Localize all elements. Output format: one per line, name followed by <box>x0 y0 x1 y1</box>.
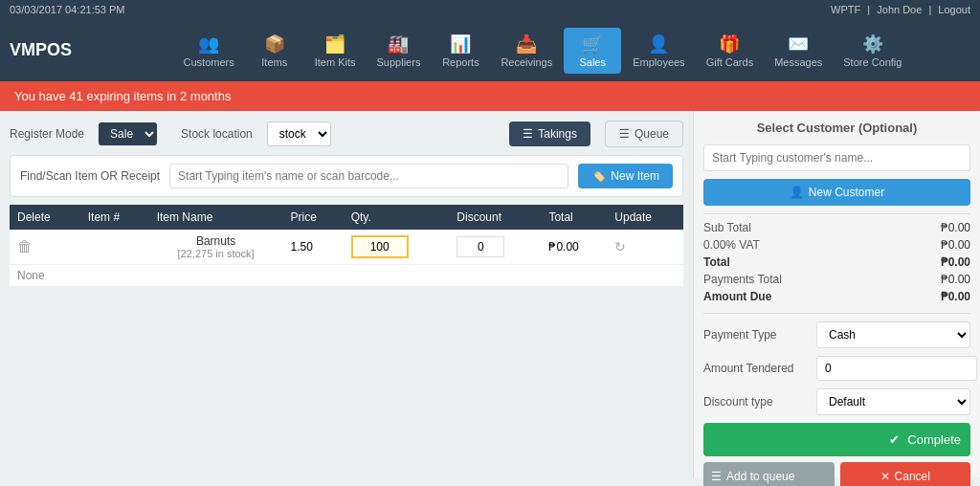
nav-reports-label: Reports <box>442 56 479 68</box>
summary-amount-due: Amount Due ₱0.00 <box>703 288 970 305</box>
register-mode-label: Register Mode <box>10 127 84 141</box>
discount-type-select[interactable]: Default Fixed Percentage <box>816 388 970 415</box>
payment-type-select[interactable]: Cash Credit Card Check <box>816 321 970 348</box>
new-customer-button[interactable]: 👤 New Customer <box>703 179 970 206</box>
summary-total: Total ₱0.00 <box>703 254 970 271</box>
items-icon: 📦 <box>264 33 285 55</box>
check-icon: ✔ <box>889 432 900 447</box>
right-panel: Select Customer (Optional) 👤 New Custome… <box>693 111 980 477</box>
discount-input[interactable] <box>457 236 504 257</box>
item-stock: [22,275 in stock] <box>157 248 276 259</box>
complete-label: Complete <box>907 432 961 447</box>
register-bar: Register Mode Sale Stock location stock … <box>10 121 683 147</box>
col-update: Update <box>607 205 683 230</box>
queue-list-icon: ☰ <box>711 470 722 483</box>
nav-sales[interactable]: 🛒 Sales <box>564 28 621 74</box>
main-layout: Register Mode Sale Stock location stock … <box>0 111 980 477</box>
logout-link[interactable]: Logout <box>938 4 970 15</box>
stock-location-select[interactable]: stock <box>267 122 331 146</box>
cell-total: ₱0.00 <box>541 230 607 265</box>
datetime: 03/03/2017 04:21:53 PM <box>10 4 124 15</box>
takings-button[interactable]: ☰ Takings <box>509 122 590 146</box>
col-price: Price <box>283 205 344 230</box>
action-buttons: ✔ Complete ☰ Add to queue ✕ Cancel <box>703 423 970 486</box>
alert-bar: You have 41 expiring items in 2 months <box>0 81 980 111</box>
nav-items-menu[interactable]: 📦 Items <box>246 28 303 74</box>
qty-input[interactable] <box>351 235 409 258</box>
nav-itemkits[interactable]: 🗂️ Item Kits <box>305 28 366 74</box>
payments-label: Payments Total <box>703 273 782 286</box>
none-label: None <box>10 265 683 287</box>
amount-tendered-input[interactable] <box>816 356 977 381</box>
total-label: Total <box>703 255 730 269</box>
col-item-name: Item Name <box>149 205 283 230</box>
amount-tendered-label: Amount Tendered <box>703 362 809 375</box>
col-delete: Delete <box>10 205 80 230</box>
complete-button[interactable]: ✔ Complete <box>703 423 970 456</box>
top-bar-right: WPTF | John Doe | Logout <box>827 4 970 15</box>
summary-section: Sub Total ₱0.00 0.00% VAT ₱0.00 Total ₱0… <box>703 213 970 305</box>
nav-items: 👥 Customers 📦 Items 🗂️ Item Kits 🏭 Suppl… <box>115 28 970 74</box>
update-button[interactable]: ↻ <box>614 239 626 254</box>
sales-icon: 🛒 <box>582 33 603 55</box>
nav-giftcards-label: Gift Cards <box>706 56 754 68</box>
messages-icon: ✉️ <box>788 33 809 55</box>
amount-tendered-row: Amount Tendered <box>703 356 970 381</box>
none-row: None <box>10 265 683 287</box>
main-nav: VMPOS 👥 Customers 📦 Items 🗂️ Item Kits 🏭… <box>0 19 980 81</box>
item-name: Barnuts <box>157 234 276 248</box>
new-customer-label: New Customer <box>809 186 884 199</box>
cell-item-num <box>80 230 149 265</box>
nav-reports[interactable]: 📊 Reports <box>432 28 489 74</box>
takings-label: Takings <box>538 127 577 141</box>
brand-logo: VMPOS <box>10 40 86 60</box>
nav-suppliers[interactable]: 🏭 Suppliers <box>368 28 431 74</box>
nav-storeconfig[interactable]: ⚙️ Store Config <box>834 28 911 74</box>
find-scan-input[interactable] <box>169 164 568 188</box>
summary-subtotal: Sub Total ₱0.00 <box>703 219 970 236</box>
subtotal-value: ₱0.00 <box>941 221 970 234</box>
receivings-icon: 📥 <box>516 33 537 55</box>
subtotal-label: Sub Total <box>703 221 751 234</box>
discount-type-label: Discount type <box>703 395 809 409</box>
nav-receivings[interactable]: 📥 Receivings <box>491 28 562 74</box>
nav-employees[interactable]: 👤 Employees <box>623 28 694 74</box>
nav-storeconfig-label: Store Config <box>843 56 902 68</box>
nav-giftcards[interactable]: 🎁 Gift Cards <box>697 28 764 74</box>
queue-icon: ☰ <box>619 127 630 141</box>
tag-icon: 🏷️ <box>591 169 606 183</box>
nav-messages[interactable]: ✉️ Messages <box>765 28 832 74</box>
payments-value: ₱0.00 <box>941 273 970 286</box>
cell-delete: 🗑 <box>10 230 80 265</box>
site-name: WPTF <box>831 4 860 15</box>
find-scan-label: Find/Scan Item OR Receipt <box>20 169 160 183</box>
user-link[interactable]: John Doe <box>877 4 922 15</box>
cancel-button[interactable]: ✕ Cancel <box>840 462 971 486</box>
nav-suppliers-label: Suppliers <box>377 56 421 68</box>
nav-sales-label: Sales <box>579 56 606 68</box>
employees-icon: 👤 <box>648 33 669 55</box>
nav-customers[interactable]: 👥 Customers <box>174 28 244 74</box>
storeconfig-icon: ⚙️ <box>862 33 883 55</box>
cell-discount <box>449 230 541 265</box>
add-to-queue-button[interactable]: ☰ Add to queue <box>703 462 835 486</box>
cell-price: 1.50 <box>283 230 344 265</box>
nav-receivings-label: Receivings <box>501 56 552 68</box>
col-item-num: Item # <box>80 205 149 230</box>
payment-section: Payment Type Cash Credit Card Check Amou… <box>703 313 970 415</box>
queue-button[interactable]: ☰ Queue <box>605 121 683 147</box>
nav-itemkits-label: Item Kits <box>315 56 356 68</box>
cell-item-name: Barnuts [22,275 in stock] <box>149 230 283 265</box>
new-item-label: New Item <box>611 169 659 183</box>
cell-qty <box>344 230 450 265</box>
register-mode-select[interactable]: Sale <box>99 122 157 145</box>
delete-button[interactable]: 🗑 <box>17 238 33 255</box>
customer-search-input[interactable] <box>703 144 970 171</box>
add-queue-label: Add to queue <box>726 470 794 483</box>
table-row: 🗑 Barnuts [22,275 in stock] 1.50 ₱0.00 <box>10 230 683 265</box>
new-item-button[interactable]: 🏷️ New Item <box>578 164 673 188</box>
payment-type-row: Payment Type Cash Credit Card Check <box>703 321 970 348</box>
bottom-buttons-row: ☰ Add to queue ✕ Cancel <box>703 462 970 486</box>
payment-type-label: Payment Type <box>703 328 809 342</box>
summary-payments: Payments Total ₱0.00 <box>703 271 970 288</box>
